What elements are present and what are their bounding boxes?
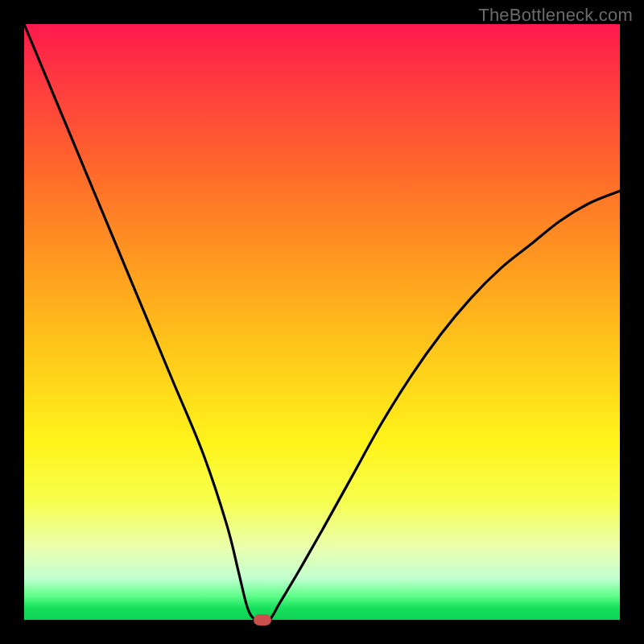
bottleneck-curve xyxy=(24,24,620,620)
chart-frame: TheBottleneck.com xyxy=(0,0,644,644)
watermark-text: TheBottleneck.com xyxy=(478,5,633,26)
curve-path xyxy=(24,24,620,621)
valley-marker xyxy=(254,614,271,625)
